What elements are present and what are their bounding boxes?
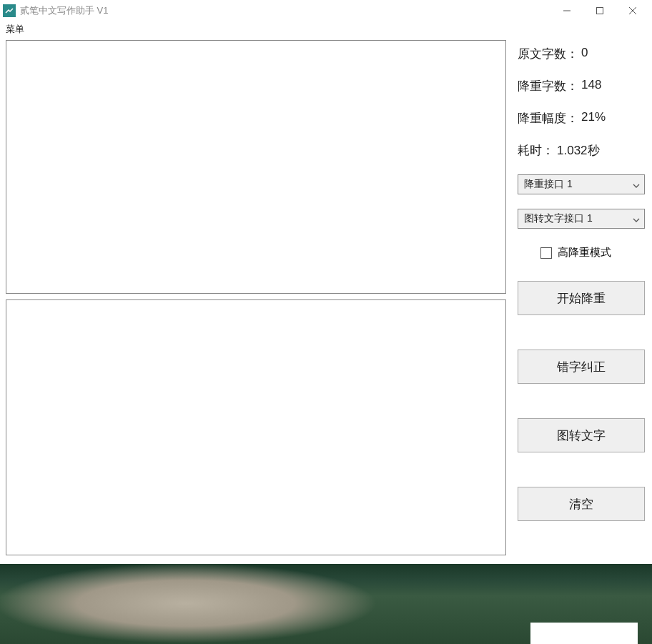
close-icon — [629, 7, 636, 14]
button-label: 图转文字 — [557, 427, 606, 444]
button-label: 错字纠正 — [557, 359, 606, 375]
stat-label: 原文字数： — [518, 46, 578, 62]
input-textarea[interactable] — [6, 40, 506, 294]
left-column — [6, 40, 506, 558]
stat-reduced: 降重字数： 148 — [518, 78, 646, 94]
window-title: 贰笔中文写作助手 V1 — [20, 4, 109, 17]
stat-original: 原文字数： 0 — [518, 46, 646, 62]
right-column: 原文字数： 0 降重字数： 148 降重幅度： 21% 耗时： 1.032秒 降… — [518, 40, 646, 558]
checkbox-label: 高降重模式 — [558, 246, 611, 259]
minimize-icon — [563, 7, 570, 14]
ocr-api-dropdown[interactable]: 图转文字接口 1 — [518, 209, 645, 229]
stat-value: 148 — [581, 78, 601, 94]
app-icon — [3, 4, 16, 17]
stat-label: 耗时： — [518, 142, 554, 159]
button-label: 开始降重 — [557, 290, 606, 307]
output-textarea[interactable] — [6, 299, 506, 555]
typo-button[interactable]: 错字纠正 — [518, 350, 645, 384]
maximize-icon — [596, 7, 603, 14]
app-window: 贰笔中文写作助手 V1 菜单 原文字数： 0 — [0, 0, 652, 564]
svg-rect-0 — [597, 8, 603, 14]
dropdown-value: 降重接口 1 — [524, 178, 573, 191]
body-area: 原文字数： 0 降重字数： 148 降重幅度： 21% 耗时： 1.032秒 降… — [0, 37, 652, 564]
dropdown-value: 图转文字接口 1 — [524, 212, 593, 225]
titlebar: 贰笔中文写作助手 V1 — [0, 0, 652, 21]
stat-value: 1.032秒 — [557, 142, 600, 159]
stat-time: 耗时： 1.032秒 — [518, 142, 646, 159]
button-label: 清空 — [569, 496, 593, 512]
stat-value: 0 — [581, 46, 588, 62]
ocr-button[interactable]: 图转文字 — [518, 418, 645, 452]
high-mode-checkbox[interactable]: 高降重模式 — [540, 246, 646, 259]
stat-value: 21% — [581, 110, 606, 127]
menu-item[interactable]: 菜单 — [6, 24, 24, 34]
desktop-widget — [530, 623, 638, 644]
stat-label: 降重幅度： — [518, 110, 578, 127]
checkbox-box-icon — [540, 247, 552, 259]
clear-button[interactable]: 清空 — [518, 487, 645, 521]
chevron-down-icon — [633, 179, 640, 190]
maximize-button[interactable] — [583, 0, 616, 21]
start-button[interactable]: 开始降重 — [518, 281, 645, 315]
menubar: 菜单 — [0, 21, 652, 37]
minimize-button[interactable] — [550, 0, 583, 21]
window-controls — [550, 0, 649, 21]
stat-ratio: 降重幅度： 21% — [518, 110, 646, 127]
reduce-api-dropdown[interactable]: 降重接口 1 — [518, 174, 645, 194]
stat-label: 降重字数： — [518, 78, 578, 94]
chevron-down-icon — [633, 213, 640, 224]
close-button[interactable] — [616, 0, 649, 21]
